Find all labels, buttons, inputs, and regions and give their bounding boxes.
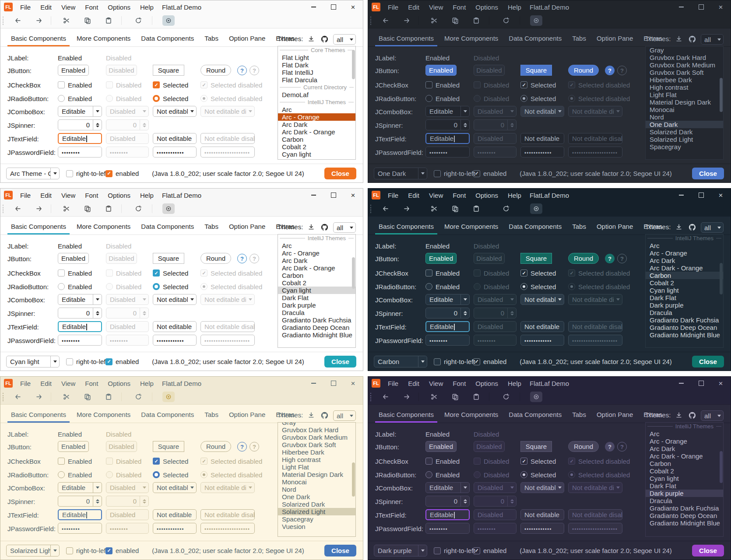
paste-icon[interactable] bbox=[471, 15, 482, 26]
textfield-ne[interactable]: Not editable bbox=[520, 509, 564, 520]
menu-help[interactable]: Help bbox=[135, 189, 158, 202]
menu-font[interactable]: Font bbox=[80, 377, 103, 390]
close-window-button[interactable]: × bbox=[343, 377, 363, 390]
eye-icon[interactable] bbox=[162, 203, 175, 214]
paste-icon[interactable] bbox=[103, 203, 114, 214]
download-icon[interactable] bbox=[674, 410, 684, 420]
combobox-ne[interactable]: Not editable bbox=[520, 294, 564, 305]
spinner-arrows-icon[interactable] bbox=[93, 496, 102, 506]
combobox-ed[interactable]: Editable bbox=[58, 294, 102, 305]
eye-icon[interactable] bbox=[530, 392, 542, 402]
radio-un[interactable]: Enabled bbox=[425, 93, 460, 104]
back-icon[interactable] bbox=[12, 392, 24, 402]
minimize-button[interactable] bbox=[304, 189, 323, 202]
minimize-button[interactable] bbox=[671, 0, 691, 14]
radio-un[interactable]: Enabled bbox=[425, 281, 460, 292]
refresh-icon[interactable] bbox=[500, 203, 512, 214]
menu-options[interactable]: Options bbox=[471, 377, 503, 390]
tab-data-components[interactable]: Data Components bbox=[503, 218, 567, 234]
theme-filter-combobox[interactable]: all bbox=[701, 410, 724, 421]
checkbox-un[interactable]: ✓Enabled bbox=[58, 267, 92, 279]
combobox-ne[interactable]: Not editable bbox=[153, 482, 197, 493]
toolbar-grip[interactable] bbox=[3, 205, 4, 213]
menu-font[interactable]: Font bbox=[80, 0, 103, 14]
back-icon[interactable] bbox=[380, 392, 391, 402]
github-icon[interactable] bbox=[319, 34, 330, 44]
right-to-left-checkbox[interactable]: ✓right-to-left bbox=[434, 356, 475, 368]
textfield-focus[interactable]: Editable bbox=[58, 509, 102, 520]
menu-font[interactable]: Font bbox=[448, 0, 471, 14]
download-icon[interactable] bbox=[674, 222, 684, 232]
jbutton-round[interactable]: Round bbox=[568, 253, 599, 264]
passwordfield-ne[interactable]: •••••••••••• bbox=[153, 523, 197, 534]
menu-edit[interactable]: Edit bbox=[35, 377, 56, 390]
menu-options[interactable]: Options bbox=[471, 0, 503, 14]
tab-option-pane[interactable]: Option Pane bbox=[224, 218, 271, 234]
enabled-checkbox[interactable]: ✓enabled bbox=[473, 545, 506, 556]
radio-sel[interactable]: Selected bbox=[520, 93, 556, 104]
passwordfield-enabled[interactable]: •••••••• bbox=[58, 147, 102, 158]
menu-font[interactable]: Font bbox=[448, 377, 471, 390]
theme-list-item[interactable]: Gray bbox=[278, 422, 355, 426]
tab-data-components[interactable]: Data Components bbox=[503, 406, 567, 423]
menu-help[interactable]: Help bbox=[503, 189, 526, 202]
jbutton-enabled[interactable]: Enabled bbox=[58, 253, 89, 264]
menu-view[interactable]: View bbox=[56, 377, 80, 390]
right-to-left-checkbox[interactable]: ✓right-to-left bbox=[434, 545, 475, 556]
jbutton-round[interactable]: Round bbox=[200, 65, 231, 76]
theme-combobox[interactable]: Carbon bbox=[374, 356, 427, 368]
tab-basic-components[interactable]: Basic Components bbox=[6, 218, 71, 234]
close-window-button[interactable]: × bbox=[343, 189, 363, 202]
close-button[interactable]: Close bbox=[692, 356, 724, 368]
tab-basic-components[interactable]: Basic Components bbox=[6, 406, 71, 423]
radio-un[interactable]: Enabled bbox=[425, 469, 460, 480]
theme-filter-combobox[interactable]: all bbox=[333, 34, 356, 45]
github-icon[interactable] bbox=[319, 410, 330, 420]
download-icon[interactable] bbox=[306, 34, 316, 44]
enabled-checkbox[interactable]: ✓enabled bbox=[105, 545, 139, 556]
github-icon[interactable] bbox=[687, 222, 697, 232]
minimize-button[interactable] bbox=[304, 377, 323, 390]
forward-icon[interactable] bbox=[401, 15, 412, 26]
back-icon[interactable] bbox=[12, 15, 24, 26]
spinner[interactable]: 0 bbox=[58, 496, 102, 507]
checkbox-sel[interactable]: ✓Selected bbox=[520, 455, 556, 467]
paste-icon[interactable] bbox=[471, 392, 482, 402]
back-icon[interactable] bbox=[380, 203, 391, 214]
passwordfield-enabled[interactable]: •••••••• bbox=[58, 335, 102, 346]
menu-edit[interactable]: Edit bbox=[35, 189, 56, 202]
menu-file[interactable]: File bbox=[383, 0, 403, 14]
minimize-button[interactable] bbox=[304, 0, 323, 14]
enabled-checkbox[interactable]: ✓enabled bbox=[105, 168, 139, 179]
right-to-left-checkbox[interactable]: ✓right-to-left bbox=[66, 356, 108, 368]
jbutton-round[interactable]: Round bbox=[568, 65, 599, 76]
jbutton-round[interactable]: Round bbox=[200, 253, 231, 264]
tab-basic-components[interactable]: Basic Components bbox=[373, 406, 439, 423]
radio-sel[interactable]: Selected bbox=[520, 469, 556, 480]
passwordfield-ne[interactable]: •••••••••••• bbox=[153, 335, 197, 346]
tab-more-components[interactable]: More Components bbox=[71, 406, 136, 423]
maximize-button[interactable] bbox=[691, 189, 711, 202]
tab-tabs[interactable]: Tabs bbox=[567, 30, 591, 46]
spinner-arrows-icon[interactable] bbox=[460, 308, 469, 318]
spinner[interactable]: 0 bbox=[425, 496, 470, 507]
menu-help[interactable]: Help bbox=[135, 377, 158, 390]
menu-font[interactable]: Font bbox=[448, 189, 471, 202]
checkbox-sel[interactable]: ✓Selected bbox=[153, 79, 188, 91]
forward-icon[interactable] bbox=[33, 392, 45, 402]
theme-combobox[interactable]: Solarized Light bbox=[6, 545, 60, 556]
radio-un[interactable]: Enabled bbox=[58, 281, 92, 292]
tab-basic-components[interactable]: Basic Components bbox=[373, 30, 439, 46]
menu-file[interactable]: File bbox=[15, 189, 35, 202]
spinner[interactable]: 0 bbox=[58, 308, 102, 318]
textfield-focus[interactable]: Editable bbox=[425, 509, 470, 520]
tab-tabs[interactable]: Tabs bbox=[567, 218, 591, 234]
checkbox-sel[interactable]: ✓Selected bbox=[520, 79, 556, 91]
checkbox-sel[interactable]: ✓Selected bbox=[153, 455, 188, 467]
close-window-button[interactable]: × bbox=[711, 189, 731, 202]
jbutton-square[interactable]: Square bbox=[520, 253, 552, 264]
radio-un[interactable]: Enabled bbox=[58, 93, 92, 104]
menu-file[interactable]: File bbox=[15, 377, 35, 390]
toolbar-grip[interactable] bbox=[370, 393, 371, 401]
radio-sel[interactable]: Selected bbox=[153, 93, 188, 104]
